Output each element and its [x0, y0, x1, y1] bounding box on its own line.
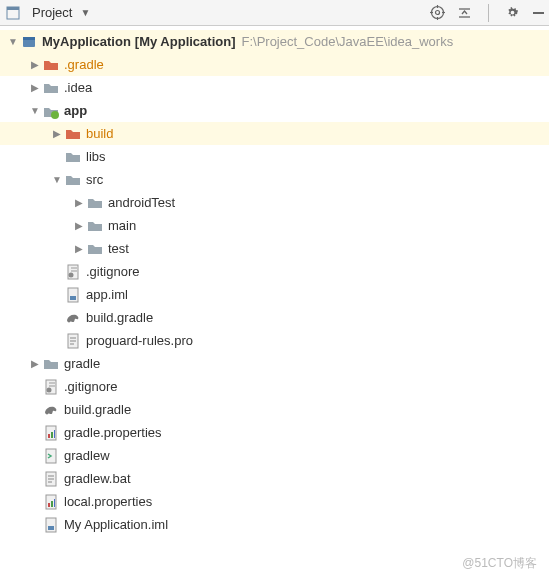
chevron-down-icon[interactable]: ▼ [80, 7, 90, 18]
chevron-right-icon[interactable]: ▶ [72, 243, 86, 254]
tree-item[interactable]: ▶.gitignore [0, 260, 549, 283]
folder-icon [42, 355, 60, 373]
gradle-icon [64, 309, 82, 327]
tree-item-label: app.iml [86, 287, 128, 302]
svg-rect-10 [533, 12, 544, 14]
header-right [430, 4, 545, 22]
tree-item-label: .gitignore [86, 264, 139, 279]
tree-item-label: build [86, 126, 113, 141]
view-selector-label[interactable]: Project [32, 5, 72, 20]
svg-rect-31 [54, 430, 55, 438]
tree-item-label: build.gradle [64, 402, 131, 417]
collapse-icon[interactable] [457, 5, 472, 20]
tree-item[interactable]: ▼app [0, 99, 549, 122]
tree-item[interactable]: ▼MyApplication[My Application]F:\Project… [0, 30, 549, 53]
tree-item-label: .gradle [64, 57, 104, 72]
tree-item[interactable]: ▶gradlew [0, 444, 549, 467]
chevron-right-icon[interactable]: ▶ [28, 358, 42, 369]
tree-item[interactable]: ▶gradle.properties [0, 421, 549, 444]
imlfile-icon [42, 516, 60, 534]
svg-rect-42 [48, 526, 54, 530]
tree-item-label: gradlew [64, 448, 110, 463]
svg-point-15 [69, 272, 74, 277]
svg-rect-40 [54, 499, 55, 507]
folder-icon [64, 171, 82, 189]
svg-rect-29 [48, 434, 50, 438]
header-left: Project ▼ [4, 4, 90, 22]
chevron-right-icon[interactable]: ▶ [28, 82, 42, 93]
tree-item[interactable]: ▶build [0, 122, 549, 145]
tree-item-label: test [108, 241, 129, 256]
tree-item-label: libs [86, 149, 106, 164]
tree-item-suffix: [My Application] [135, 34, 236, 49]
tree-item-label: MyApplication [42, 34, 131, 49]
propfile-icon [42, 493, 60, 511]
svg-point-13 [51, 111, 59, 119]
tree-item[interactable]: ▶.idea [0, 76, 549, 99]
tree-item[interactable]: ▼src [0, 168, 549, 191]
svg-rect-12 [23, 37, 35, 40]
tree-item-label: proguard-rules.pro [86, 333, 193, 348]
tree-item[interactable]: ▶proguard-rules.pro [0, 329, 549, 352]
tree-item[interactable]: ▶build.gradle [0, 306, 549, 329]
tree-item[interactable]: ▶gradlew.bat [0, 467, 549, 490]
module-icon [42, 102, 60, 120]
tree-item-label: gradle [64, 356, 100, 371]
chevron-right-icon[interactable]: ▶ [72, 220, 86, 231]
tree-item-label: local.properties [64, 494, 152, 509]
tree-item-label: src [86, 172, 103, 187]
svg-rect-39 [51, 501, 53, 507]
tree-item[interactable]: ▶.gradle [0, 53, 549, 76]
svg-rect-19 [70, 296, 76, 300]
tree-item[interactable]: ▶My Application.iml [0, 513, 549, 536]
chevron-down-icon[interactable]: ▼ [28, 105, 42, 116]
textfile-icon [64, 332, 82, 350]
project-icon [20, 33, 38, 51]
tree-item[interactable]: ▶test [0, 237, 549, 260]
folder-icon [64, 148, 82, 166]
window-icon [4, 4, 22, 22]
tree-item[interactable]: ▶libs [0, 145, 549, 168]
folder-exc-icon [64, 125, 82, 143]
tree-item-label: .gitignore [64, 379, 117, 394]
project-tree: ▼MyApplication[My Application]F:\Project… [0, 26, 549, 544]
chevron-down-icon[interactable]: ▼ [6, 36, 20, 47]
chevron-right-icon[interactable]: ▶ [50, 128, 64, 139]
tree-item-path: F:\Project_Code\JavaEE\idea_works [241, 34, 453, 49]
tree-item-label: My Application.iml [64, 517, 168, 532]
shfile-icon [42, 447, 60, 465]
tree-item-label: gradlew.bat [64, 471, 131, 486]
watermark: @51CTO博客 [462, 555, 537, 572]
svg-rect-30 [51, 432, 53, 438]
tree-item[interactable]: ▶build.gradle [0, 398, 549, 421]
propfile-icon [42, 424, 60, 442]
tree-item[interactable]: ▶local.properties [0, 490, 549, 513]
chevron-down-icon[interactable]: ▼ [50, 174, 64, 185]
batfile-icon [42, 470, 60, 488]
folder-icon [86, 240, 104, 258]
gradle-icon [42, 401, 60, 419]
svg-point-25 [47, 387, 52, 392]
gear-icon[interactable] [505, 5, 520, 20]
svg-rect-1 [7, 7, 19, 10]
folder-icon [86, 194, 104, 212]
target-icon[interactable] [430, 5, 445, 20]
project-tool-header: Project ▼ [0, 0, 549, 26]
tree-item[interactable]: ▶main [0, 214, 549, 237]
tree-item[interactable]: ▶gradle [0, 352, 549, 375]
tree-item[interactable]: ▶app.iml [0, 283, 549, 306]
folder-exc-icon [42, 56, 60, 74]
tree-item[interactable]: ▶.gitignore [0, 375, 549, 398]
tree-item-label: gradle.properties [64, 425, 162, 440]
gitfile-icon [64, 263, 82, 281]
divider [488, 4, 489, 22]
chevron-right-icon[interactable]: ▶ [28, 59, 42, 70]
hide-icon[interactable] [532, 6, 545, 19]
tree-item-label: main [108, 218, 136, 233]
gitfile-icon [42, 378, 60, 396]
tree-item[interactable]: ▶androidTest [0, 191, 549, 214]
chevron-right-icon[interactable]: ▶ [72, 197, 86, 208]
folder-icon [86, 217, 104, 235]
folder-icon [42, 79, 60, 97]
svg-rect-38 [48, 503, 50, 507]
